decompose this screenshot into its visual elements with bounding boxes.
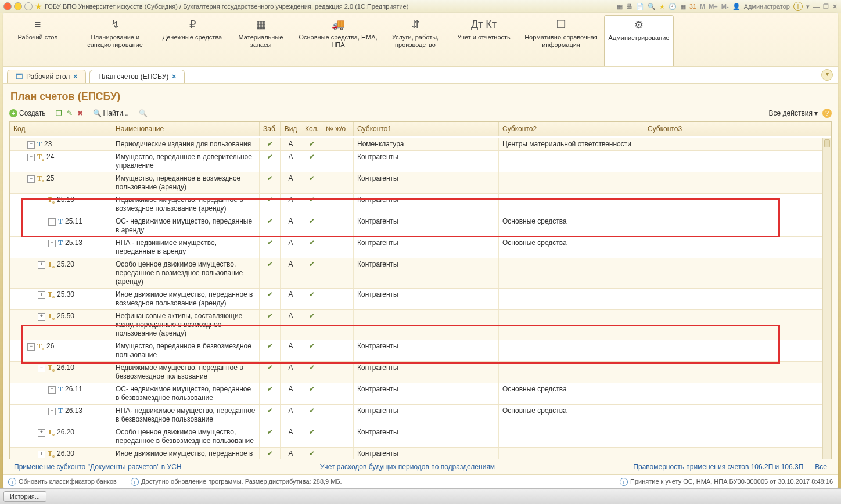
table-row[interactable]: −To26.10Недвижимое имущество, переданное… (10, 362, 823, 383)
window-minimize-icon[interactable] (14, 2, 22, 10)
toolbar-icon[interactable]: 🕘 (669, 3, 677, 10)
link-all[interactable]: Все (815, 463, 827, 471)
collapse-icon[interactable]: − (27, 175, 35, 183)
ribbon-item[interactable]: ≡Рабочий стол (3, 17, 72, 66)
collapse-icon[interactable]: − (38, 197, 45, 204)
favorite-icon[interactable]: ★ (35, 2, 42, 11)
toolbar-icon[interactable]: ▦ (680, 3, 686, 10)
table-row[interactable]: +T26.11ОС- недвижимое имущество, передан… (10, 383, 823, 405)
ribbon-label: Планирование и санкционирование (74, 34, 156, 49)
expand-icon[interactable]: + (38, 451, 45, 458)
ribbon-item[interactable]: ▦Материальные запасы (227, 17, 295, 66)
expand-icon[interactable]: + (48, 240, 56, 247)
memory-m-plus[interactable]: M+ (709, 3, 718, 10)
tab-desktop[interactable]: 🗔 Рабочий стол × (7, 70, 86, 83)
table-row[interactable]: +T25.13НПА - недвижимое имущество, перед… (10, 237, 823, 258)
cell-vid: А (281, 289, 301, 309)
expand-icon[interactable]: + (38, 313, 45, 321)
close-icon[interactable]: × (172, 73, 176, 81)
ribbon-item[interactable]: ⚙Администрирование (604, 15, 674, 66)
ribbon-item[interactable]: 🚚Основные средства, НМА, НПА (295, 17, 381, 66)
expand-icon[interactable]: + (27, 141, 35, 149)
cell-sub1: Контрагенты (354, 215, 499, 236)
history-button[interactable]: История... (3, 491, 46, 502)
ribbon-label: Администрирование (607, 34, 671, 42)
memory-m-minus[interactable]: M- (721, 3, 729, 10)
status-bar: iОбновить классификатор банков iДоступно… (3, 474, 838, 489)
table-row[interactable]: −To25Имущество, переданное в возмездное … (10, 172, 823, 194)
col-kol[interactable]: Кол. (301, 122, 322, 136)
col-sub1[interactable]: Субконто1 (354, 122, 499, 136)
cell-njo (322, 383, 354, 404)
help-icon[interactable]: ? (822, 109, 832, 118)
maximize-icon[interactable]: ❐ (823, 3, 829, 10)
ribbon-item[interactable]: Дт КтУчет и отчетность (450, 17, 518, 66)
table-row[interactable]: +T23Периодические издания для пользовани… (10, 138, 823, 151)
status-item[interactable]: iОбновить классификатор банков (8, 478, 117, 486)
link-rbp[interactable]: Учет расходов будущих периодов по подраз… (320, 463, 495, 471)
favorite-icon[interactable]: ★ (659, 3, 665, 10)
toolbar-icon[interactable]: 🔍 (648, 3, 656, 10)
status-item[interactable]: iПринятие к учету ОС, НМА, НПА БУ00-0000… (620, 478, 833, 486)
close-icon[interactable]: ✕ (832, 3, 838, 10)
window-close-icon[interactable] (3, 2, 12, 10)
copy-button[interactable]: ❐ (56, 109, 62, 117)
memory-m[interactable]: M (700, 3, 705, 10)
table-row[interactable]: −To25.10Недвижимое имущество, переданное… (10, 194, 823, 215)
table-row[interactable]: +To25.30Иное движимое имущество, передан… (10, 289, 823, 310)
toolbar-icon[interactable]: 🖶 (626, 3, 632, 10)
table-row[interactable]: +To25.50Нефинансовые активы, составляющи… (10, 310, 823, 340)
account-name: ОС- недвижимое имущество, переданные в а… (112, 215, 260, 236)
col-zab[interactable]: Заб. (260, 122, 281, 136)
expand-icon[interactable]: + (38, 429, 45, 437)
link-106[interactable]: Правомерность применения счетов 106.2П и… (633, 463, 803, 471)
col-sub3[interactable]: Субконто3 (644, 122, 831, 136)
expand-icon[interactable]: + (38, 291, 45, 299)
table-row[interactable]: +T25.11ОС- недвижимое имущество, передан… (10, 215, 823, 237)
all-actions-button[interactable]: Все действия ▾ (769, 109, 818, 117)
ribbon-item[interactable]: ❐Нормативно-справочная информация (518, 17, 604, 66)
edit-button[interactable]: ✎ (67, 109, 73, 117)
expand-icon[interactable]: + (48, 218, 56, 226)
col-code[interactable]: Код (10, 122, 112, 136)
window-maximize-icon[interactable] (24, 2, 33, 10)
cell-sub2 (499, 172, 644, 193)
col-njo[interactable]: № ж/о (322, 122, 354, 136)
ribbon-item[interactable]: ↯Планирование и санкционирование (72, 17, 158, 66)
create-button[interactable]: + Создать (9, 109, 46, 117)
tab-plan-schetov[interactable]: План счетов (ЕПСБУ) × (89, 70, 185, 83)
col-sub2[interactable]: Субконто2 (499, 122, 644, 136)
table-row[interactable]: +To25.20Особо ценное движимое имущество,… (10, 258, 823, 289)
ribbon-item[interactable]: ₽Денежные средства (158, 17, 227, 66)
table-row[interactable]: +T26.13НПА- недвижимое имущество, переда… (10, 405, 823, 426)
expand-icon[interactable]: + (27, 154, 35, 161)
collapse-icon[interactable]: − (38, 365, 45, 372)
cell-kol: ✔ (301, 172, 322, 193)
vertical-scrollbar[interactable] (822, 138, 831, 459)
table-row[interactable]: +To26.20Особо ценное движимое имущество,… (10, 426, 823, 448)
minimize-icon[interactable]: — (813, 3, 820, 10)
expand-icon[interactable]: + (48, 386, 56, 394)
find-button[interactable]: 🔍 Найти... (93, 109, 129, 117)
delete-button[interactable]: ✖ (77, 109, 83, 117)
user-name[interactable]: Администратор (744, 3, 790, 10)
ribbon-item[interactable]: ⇵Услуги, работы, производство (381, 17, 450, 66)
col-name[interactable]: Наименование (112, 122, 260, 136)
collapse-icon[interactable]: − (27, 343, 35, 351)
dropdown-icon[interactable]: ▾ (806, 3, 810, 10)
tabs-dropdown-icon[interactable]: ▾ (821, 69, 833, 81)
clear-find-button[interactable]: 🔍 (139, 109, 148, 117)
toolbar-icon[interactable]: ▦ (617, 3, 623, 10)
toolbar-icon[interactable]: 📄 (636, 3, 644, 10)
table-row[interactable]: +To26.30Иное движимое имущество, передан… (10, 448, 823, 459)
info-icon[interactable]: i (793, 2, 803, 11)
expand-icon[interactable]: + (48, 408, 56, 415)
expand-icon[interactable]: + (38, 261, 45, 269)
col-vid[interactable]: Вид (281, 122, 301, 136)
link-usn[interactable]: Применение субконто "Документы расчетов"… (14, 463, 182, 471)
table-row[interactable]: +To24Имущество, переданное в доверительн… (10, 151, 823, 172)
status-item[interactable]: iДоступно обновление программы. Размер д… (131, 478, 342, 486)
close-icon[interactable]: × (73, 73, 77, 81)
table-row[interactable]: −To26Имущество, переданное в безвозмездн… (10, 340, 823, 362)
calendar-icon[interactable]: 31 (689, 3, 696, 10)
